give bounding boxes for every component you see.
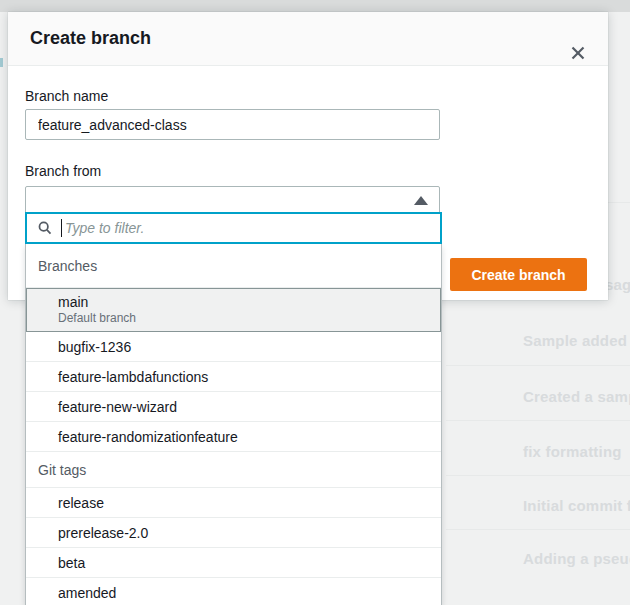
- option-label: release: [58, 495, 104, 511]
- search-icon: [38, 221, 52, 235]
- option-amended[interactable]: amended: [26, 578, 441, 605]
- option-prerelease-2.0[interactable]: prerelease-2.0: [26, 518, 441, 548]
- close-icon: [571, 46, 585, 60]
- background-commit-message: Created a sample: [523, 388, 630, 405]
- filter-placeholder: Type to filter.: [65, 220, 144, 236]
- option-bugfix-1236[interactable]: bugfix-1236: [26, 332, 441, 362]
- option-feature-lambdafunctions[interactable]: feature-lambdafunctions: [26, 362, 441, 392]
- option-main[interactable]: main Default branch: [26, 288, 441, 332]
- background-row-divider: [608, 202, 630, 203]
- group-header-branches: Branches: [26, 244, 441, 288]
- background-commit-message: Adding a pseudo: [523, 550, 630, 567]
- branch-name-label: Branch name: [25, 88, 108, 104]
- option-label: amended: [58, 585, 116, 601]
- option-label: main: [58, 294, 441, 311]
- text-cursor: [61, 219, 62, 237]
- background-row-divider: [446, 365, 630, 366]
- group-label: Branches: [38, 258, 97, 274]
- background-commit-message: fix formatting: [523, 443, 622, 460]
- option-label: bugfix-1236: [58, 339, 131, 355]
- option-feature-new-wizard[interactable]: feature-new-wizard: [26, 392, 441, 422]
- option-note: Default branch: [58, 311, 441, 326]
- option-beta[interactable]: beta: [26, 548, 441, 578]
- background-partial-text: sage: [605, 276, 630, 293]
- branch-from-label: Branch from: [25, 163, 101, 179]
- modal-header: Create branch: [8, 12, 608, 66]
- option-label: prerelease-2.0: [58, 525, 148, 541]
- option-label: feature-randomizationfeature: [58, 429, 238, 445]
- background-row-divider: [446, 475, 630, 476]
- group-label: Git tags: [38, 462, 86, 478]
- background-row-divider: [446, 420, 630, 421]
- option-release[interactable]: release: [26, 488, 441, 518]
- page-top-strip: [0, 0, 630, 12]
- branch-from-select-trigger[interactable]: [25, 186, 440, 214]
- dropdown-arrow-up-icon: [414, 196, 428, 205]
- background-commit-message: Initial commit fo: [523, 497, 630, 514]
- branch-dropdown-panel: Branches main Default branch bugfix-1236…: [25, 244, 442, 605]
- option-label: feature-lambdafunctions: [58, 369, 208, 385]
- modal-title: Create branch: [30, 28, 151, 49]
- branch-name-input[interactable]: [25, 109, 440, 140]
- option-feature-randomizationfeature[interactable]: feature-randomizationfeature: [26, 422, 441, 452]
- group-header-git-tags: Git tags: [26, 452, 441, 488]
- option-label: beta: [58, 555, 85, 571]
- branch-filter-input[interactable]: Type to filter.: [25, 212, 442, 244]
- option-label: feature-new-wizard: [58, 399, 177, 415]
- background-row-divider: [446, 529, 630, 530]
- background-link-fragment: [0, 58, 3, 67]
- create-branch-button[interactable]: Create branch: [450, 258, 587, 291]
- background-commit-message: Sample added: [523, 332, 627, 349]
- close-button[interactable]: [564, 39, 592, 67]
